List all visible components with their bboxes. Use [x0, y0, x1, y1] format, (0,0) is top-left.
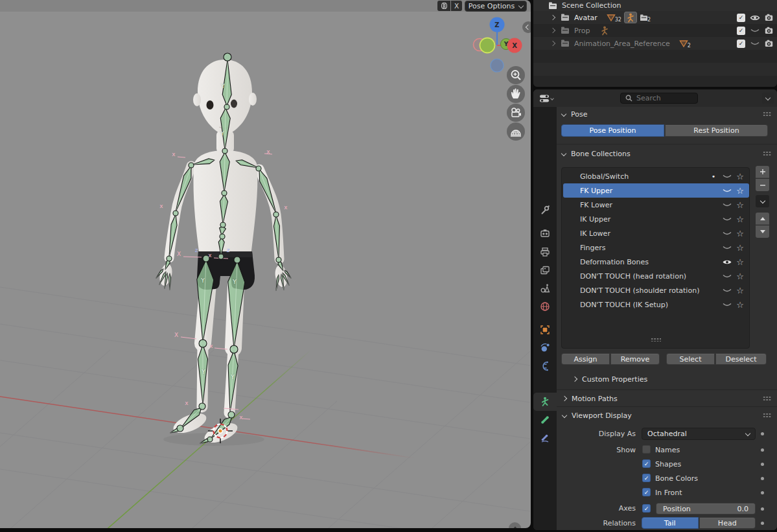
shapes-checkbox[interactable]: ✓ — [642, 459, 651, 468]
eye-closed-icon[interactable] — [722, 173, 732, 180]
sidebar-collapse-tab[interactable] — [522, 21, 531, 33]
bone-collection-row-selected[interactable]: FK Upper ☆ — [563, 183, 749, 198]
viewport-display-header[interactable]: Viewport Display — [562, 409, 632, 422]
bone-collection-specials-button[interactable] — [756, 195, 769, 207]
tab-tool[interactable] — [533, 201, 557, 219]
bone-collection-row[interactable]: FK Lower ☆ — [563, 198, 749, 212]
solo-star-icon[interactable]: ☆ — [736, 201, 744, 209]
eye-open-icon[interactable] — [750, 14, 760, 21]
pose-panel-header[interactable]: Pose — [562, 108, 587, 121]
expand-chevron-icon[interactable] — [550, 28, 555, 33]
panel-drag-dots[interactable] — [763, 413, 771, 417]
pan-button[interactable] — [507, 85, 525, 103]
tab-object-constraints[interactable] — [533, 357, 557, 375]
eye-closed-icon[interactable] — [722, 273, 732, 280]
solo-star-icon[interactable]: ☆ — [736, 244, 744, 252]
tab-world[interactable] — [533, 297, 557, 316]
outliner-row-scene-collection[interactable]: Scene Collection — [533, 0, 777, 11]
bone-collection-row[interactable]: Deformation Bones ☆ — [563, 255, 749, 269]
search-box[interactable] — [620, 93, 698, 104]
animate-dot[interactable] — [761, 463, 764, 466]
motion-paths-header[interactable]: Motion Paths — [562, 392, 618, 405]
render-visibility-icon[interactable] — [765, 27, 773, 34]
custom-properties-header[interactable]: Custom Properties — [573, 373, 647, 386]
pose-position-button[interactable]: Pose Position — [561, 124, 664, 137]
tab-scene[interactable] — [533, 279, 557, 297]
names-checkbox[interactable] — [642, 445, 651, 454]
bone-collection-move-up-button[interactable] — [756, 213, 769, 225]
solo-star-icon[interactable]: ☆ — [736, 187, 744, 195]
active-armature-badge[interactable] — [624, 12, 637, 23]
outliner-row-avatar[interactable]: Avatar 32 2 ✓ — [533, 11, 777, 24]
tab-render[interactable] — [533, 224, 557, 242]
relations-head-button[interactable]: Head — [699, 517, 756, 529]
eye-closed-icon[interactable] — [722, 202, 732, 209]
tab-object[interactable] — [533, 321, 557, 339]
axes-position-slider[interactable]: Position 0.0 — [656, 503, 756, 515]
selectability-checkbox[interactable]: ✓ — [737, 40, 745, 48]
eye-closed-icon[interactable] — [722, 230, 732, 237]
camera-view-button[interactable] — [507, 104, 525, 122]
animate-dot[interactable] — [761, 448, 764, 452]
bone-collection-row[interactable]: DON'T TOUCH (IK Setup) ☆ — [563, 297, 749, 312]
eye-open-icon[interactable] — [722, 259, 732, 266]
bone-colors-checkbox[interactable]: ✓ — [642, 474, 651, 482]
viewport-3d[interactable]: YYYYYYxxxxXxXxzzxx X Pose Options Z — [0, 0, 531, 528]
panel-drag-dots[interactable] — [763, 151, 771, 156]
bone-collection-row[interactable]: IK Lower ☆ — [563, 226, 749, 240]
tab-bone[interactable] — [533, 411, 557, 429]
tab-object-data-armature[interactable] — [533, 393, 557, 411]
tab-output[interactable] — [533, 243, 557, 261]
eye-closed-icon[interactable] — [722, 301, 732, 308]
bone-collection-move-down-button[interactable] — [756, 226, 769, 238]
selectability-checkbox[interactable]: ✓ — [737, 27, 745, 35]
in-front-checkbox[interactable]: ✓ — [642, 488, 651, 496]
eye-closed-icon[interactable] — [722, 287, 732, 294]
x-axis-mirror-button[interactable] — [437, 1, 450, 11]
select-button[interactable]: Select — [666, 353, 715, 365]
solo-star-icon[interactable]: ☆ — [736, 258, 744, 266]
remove-button[interactable]: Remove — [610, 353, 660, 365]
animate-dot[interactable] — [761, 507, 764, 511]
rest-position-button[interactable]: Rest Position — [665, 124, 768, 137]
panel-drag-dots[interactable] — [763, 111, 771, 116]
header-menu-button[interactable] — [762, 93, 774, 104]
bone-collection-row[interactable]: Fingers ☆ — [563, 240, 749, 255]
editor-type-button[interactable] — [536, 92, 557, 104]
solo-star-icon[interactable]: ☆ — [736, 215, 744, 224]
animate-dot[interactable] — [761, 522, 764, 525]
eye-closed-icon[interactable] — [722, 244, 732, 251]
bone-collection-row[interactable]: Global/Switch • ☆ — [563, 169, 749, 183]
tab-bone-constraints[interactable] — [533, 429, 557, 447]
expand-chevron-icon[interactable] — [550, 15, 555, 20]
x-mirror-axis-toggle[interactable]: X — [451, 1, 462, 11]
solo-star-icon[interactable]: ☆ — [736, 229, 744, 238]
tab-view-layer[interactable] — [533, 261, 557, 279]
animate-dot[interactable] — [761, 491, 764, 494]
eye-closed-icon[interactable] — [722, 216, 732, 223]
eye-closed-icon[interactable] — [750, 27, 760, 34]
selectability-checkbox[interactable]: ✓ — [737, 14, 745, 22]
relations-tail-button[interactable]: Tail — [642, 517, 699, 529]
zoom-button[interactable] — [507, 66, 525, 84]
assign-button[interactable]: Assign — [561, 353, 610, 365]
tab-physics[interactable] — [533, 339, 557, 357]
bone-collection-add-button[interactable] — [756, 166, 769, 178]
bone-collection-row[interactable]: DON'T TOUCH (head rotation) ☆ — [563, 269, 749, 283]
bone-collection-remove-button[interactable] — [756, 179, 769, 191]
panel-drag-dots[interactable] — [763, 396, 771, 400]
solo-star-icon[interactable]: ☆ — [736, 272, 744, 281]
outliner-row-prop[interactable]: Prop ✓ — [533, 24, 777, 37]
perspective-toggle-button[interactable] — [507, 122, 525, 141]
eye-closed-icon[interactable] — [750, 40, 760, 47]
render-visibility-icon[interactable] — [765, 14, 773, 21]
solo-star-icon[interactable]: ☆ — [736, 301, 744, 309]
search-input[interactable] — [636, 94, 688, 102]
deselect-button[interactable]: Deselect — [715, 353, 767, 365]
solo-star-icon[interactable]: ☆ — [736, 172, 744, 181]
bone-collection-row[interactable]: IK Upper ☆ — [563, 212, 749, 226]
bone-collection-row[interactable]: DON'T TOUCH (shoulder rotation) ☆ — [563, 283, 749, 297]
display-as-dropdown[interactable]: Octahedral — [642, 428, 756, 440]
animate-dot[interactable] — [761, 432, 764, 435]
list-resize-grip[interactable] — [651, 338, 661, 341]
